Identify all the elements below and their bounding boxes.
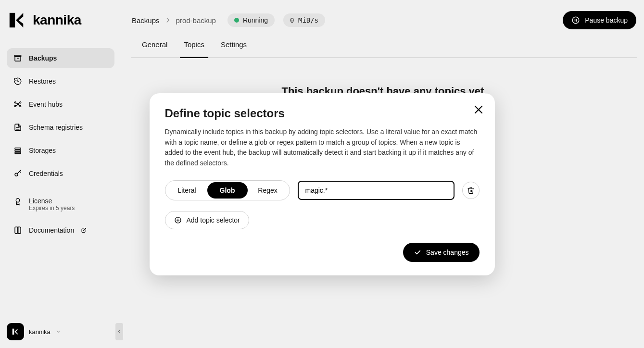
close-button[interactable]	[470, 101, 487, 118]
trash-icon	[467, 186, 475, 194]
save-changes-button[interactable]: Save changes	[403, 243, 480, 262]
modal-overlay: Define topic selectors Dynamically inclu…	[0, 0, 644, 348]
selector-row: Literal Glob Regex	[165, 180, 480, 200]
delete-selector-button[interactable]	[462, 182, 480, 199]
define-topic-selectors-dialog: Define topic selectors Dynamically inclu…	[150, 93, 495, 275]
selector-type-regex[interactable]: Regex	[248, 182, 288, 199]
topic-pattern-input[interactable]	[298, 181, 455, 200]
add-topic-selector-button[interactable]: Add topic selector	[165, 211, 249, 229]
plus-circle-icon	[174, 216, 182, 224]
modal-title: Define topic selectors	[165, 107, 480, 120]
add-selector-label: Add topic selector	[187, 216, 240, 224]
save-button-label: Save changes	[426, 249, 469, 256]
selector-type-segmented: Literal Glob Regex	[165, 180, 290, 200]
selector-type-literal[interactable]: Literal	[167, 182, 207, 199]
close-icon	[473, 104, 484, 115]
selector-type-glob[interactable]: Glob	[207, 182, 248, 199]
check-icon	[414, 249, 421, 256]
modal-description: Dynamically include topics in this backu…	[165, 127, 480, 169]
